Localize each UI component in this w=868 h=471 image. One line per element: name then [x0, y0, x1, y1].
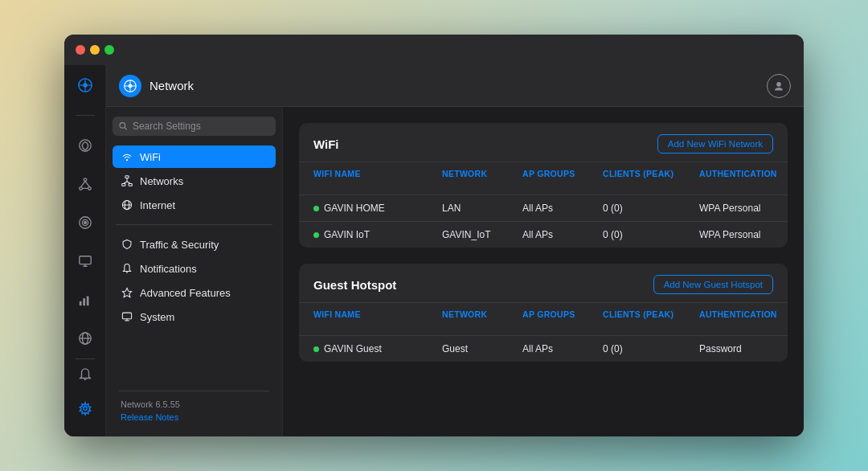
guest-row0-network: Guest	[442, 343, 522, 354]
svg-point-30	[120, 123, 125, 129]
guest-row0-name: GAVIN Guest	[313, 343, 442, 354]
svg-rect-34	[122, 184, 125, 186]
app-body: Network WiFi	[64, 65, 804, 436]
svg-point-24	[83, 407, 87, 411]
guest-col-network: NETWORK	[442, 309, 522, 329]
wifi-row1-name: GAVIN IoT	[313, 229, 442, 240]
svg-line-38	[127, 182, 130, 184]
wifi-row0-auth: WPA Personal	[699, 203, 788, 214]
nav-item-wifi[interactable]: WiFi	[113, 145, 276, 168]
nav-item-advanced-features-label: Advanced Features	[140, 287, 231, 299]
search-icon	[119, 121, 128, 131]
guest-hotspot-section-card: Guest Hotspot Add New Guest Hotspot WIFI…	[299, 264, 788, 362]
guest-table-row-0[interactable]: GAVIN Guest Guest All APs 0 (0) Password…	[299, 336, 788, 362]
svg-rect-17	[79, 301, 81, 305]
icon-sidebar-top	[73, 73, 97, 355]
sidebar-divider-2	[76, 358, 95, 359]
nav-footer: Network 6.5.55 Release Notes	[113, 378, 276, 427]
wifi-section-title: WiFi	[313, 137, 339, 151]
sidebar-icon-globe[interactable]	[73, 326, 97, 350]
svg-point-32	[126, 159, 128, 161]
guest-col-clients: CLIENTS (PEAK)	[603, 309, 699, 329]
nav-item-networks[interactable]: Networks	[113, 170, 276, 192]
wifi-row0-name: GAVIN HOME	[313, 203, 442, 214]
user-avatar[interactable]	[767, 74, 791, 98]
app-window: Network WiFi	[64, 35, 804, 436]
guest-col-ap-groups: AP GROUPS	[522, 309, 603, 329]
svg-rect-33	[125, 176, 129, 178]
wifi-table-header: WIFI NAME NETWORK AP GROUPS CLIENTS (PEA…	[299, 162, 788, 195]
nav-divider-2	[119, 391, 269, 391]
nav-item-system[interactable]: System	[113, 305, 276, 328]
notifications-icon	[121, 262, 133, 275]
nav-item-notifications[interactable]: Notifications	[113, 257, 276, 280]
svg-line-31	[125, 128, 127, 130]
wifi-section-card: WiFi Add New WiFi Network WIFI NAME NETW…	[299, 123, 788, 248]
guest-hotspot-table: WIFI NAME NETWORK AP GROUPS CLIENTS (PEA…	[299, 303, 788, 362]
svg-rect-14	[79, 256, 90, 264]
header-title: Network	[149, 79, 767, 92]
svg-rect-35	[129, 184, 132, 186]
svg-rect-19	[86, 297, 88, 306]
icon-sidebar-bottom	[73, 362, 97, 428]
main-area: WiFi Networks Internet	[106, 107, 804, 436]
sidebar-icon-target[interactable]	[73, 211, 97, 235]
sidebar-divider-1	[76, 115, 95, 116]
wifi-row0-ap-groups: All APs	[522, 203, 603, 214]
guest-status-dot-0	[313, 346, 319, 352]
wifi-col-auth: AUTHENTICATION	[699, 169, 788, 188]
system-icon	[121, 310, 133, 323]
svg-point-5	[84, 178, 87, 182]
search-input[interactable]	[133, 121, 269, 132]
content-area: WiFi Add New WiFi Network WIFI NAME NETW…	[283, 107, 804, 436]
wifi-section-header: WiFi Add New WiFi Network	[299, 123, 788, 162]
nav-item-notifications-label: Notifications	[140, 263, 197, 275]
guest-hotspot-section-header: Guest Hotspot Add New Guest Hotspot	[299, 264, 788, 303]
wifi-row1-ap-groups: All APs	[522, 229, 603, 240]
guest-row0-clients: 0 (0)	[603, 343, 699, 354]
svg-line-9	[85, 181, 89, 186]
svg-line-37	[124, 182, 127, 184]
release-notes-link[interactable]: Release Notes	[116, 411, 272, 424]
search-box[interactable]	[113, 117, 276, 136]
nav-divider-1	[116, 224, 272, 225]
close-button[interactable]	[76, 45, 85, 55]
sidebar-icon-topology[interactable]	[73, 172, 97, 196]
guest-hotspot-table-header: WIFI NAME NETWORK AP GROUPS CLIENTS (PEA…	[299, 303, 788, 336]
sidebar-icon-chart[interactable]	[73, 288, 97, 312]
add-wifi-network-button[interactable]: Add New WiFi Network	[657, 134, 773, 154]
wifi-row0-clients: 0 (0)	[603, 203, 699, 214]
svg-point-13	[84, 222, 86, 224]
sidebar-icon-settings[interactable]	[73, 396, 97, 420]
wifi-row1-network: GAVIN_IoT	[442, 229, 522, 240]
maximize-button[interactable]	[104, 45, 114, 55]
status-dot-1	[313, 232, 319, 238]
wifi-row1-auth: WPA Personal	[699, 229, 788, 240]
nav-item-traffic-security[interactable]: Traffic & Security	[113, 233, 276, 256]
add-guest-hotspot-button[interactable]: Add New Guest Hotspot	[653, 275, 773, 294]
nav-version: Network 6.5.55	[116, 398, 272, 411]
sidebar-icon-network[interactable]	[73, 73, 97, 97]
traffic-security-icon	[121, 238, 133, 251]
icon-sidebar	[64, 65, 106, 436]
sidebar-icon-security[interactable]	[73, 133, 97, 158]
status-dot-0	[313, 206, 319, 211]
svg-rect-43	[122, 313, 131, 319]
advanced-features-icon	[121, 286, 133, 299]
nav-item-internet[interactable]: Internet	[113, 194, 276, 216]
nav-item-internet-label: Internet	[140, 199, 175, 211]
wifi-table-row-0[interactable]: GAVIN HOME LAN All APs 0 (0) WPA Persona…	[299, 195, 788, 222]
svg-point-7	[88, 187, 91, 190]
minimize-button[interactable]	[90, 45, 100, 55]
sidebar-icon-bell[interactable]	[73, 362, 97, 387]
sidebar-icon-display[interactable]	[73, 249, 97, 273]
app-icon	[119, 75, 141, 97]
wifi-table-row-1[interactable]: GAVIN IoT GAVIN_IoT All APs 0 (0) WPA Pe…	[299, 222, 788, 248]
nav-item-traffic-security-label: Traffic & Security	[140, 239, 219, 251]
wifi-col-network: NETWORK	[442, 169, 522, 188]
nav-panel: WiFi Networks Internet	[106, 107, 283, 436]
svg-point-29	[776, 82, 781, 87]
nav-item-advanced-features[interactable]: Advanced Features	[113, 281, 276, 304]
svg-point-6	[79, 187, 82, 190]
wifi-row1-clients: 0 (0)	[603, 229, 699, 240]
